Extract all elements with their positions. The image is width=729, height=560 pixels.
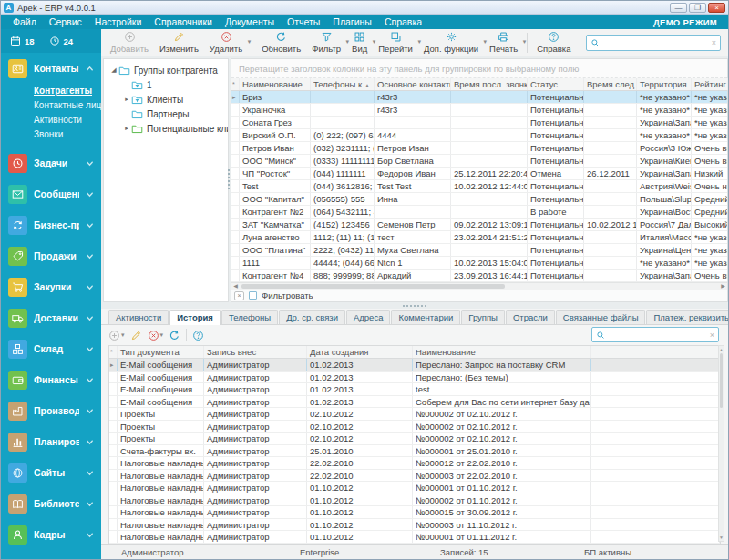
scroll-track[interactable] xyxy=(240,283,719,290)
horizontal-scrollbar[interactable]: ◀ ▶ xyxy=(231,282,727,290)
history-row-3[interactable]: E-Mail сообщенияАдминистратор01.02.2013С… xyxy=(109,396,720,409)
counterparty-row-13[interactable]: 111144444; (044) 666Ntcn 110.02.2013 15:… xyxy=(231,257,727,270)
tree-expander-icon[interactable]: ▸ xyxy=(122,96,131,103)
toolbar-plus-button[interactable]: Добавить xyxy=(105,30,154,56)
tab-7[interactable]: Отрасли xyxy=(506,310,555,324)
toolbar-pencil-button[interactable]: Изменить xyxy=(154,30,204,56)
sidebar-item-contact-card[interactable]: Контакты xyxy=(1,53,101,84)
calendar-badge[interactable]: 18 xyxy=(10,36,35,46)
sidebar-item-boxes[interactable]: Склад xyxy=(1,333,101,364)
sidebar-item-book[interactable]: Библиотека xyxy=(1,488,101,519)
counterparty-row-6[interactable]: ЧП "Росток"(044) 1111111Федоров Иван25.1… xyxy=(231,168,727,180)
toolbar-plus-button[interactable]: ▾ xyxy=(108,330,125,341)
main-search[interactable]: × xyxy=(586,35,721,51)
sidebar-item-globe[interactable]: Сайты xyxy=(1,457,101,488)
sidebar-item-chart[interactable]: Планирование xyxy=(1,426,101,457)
toolbar-refresh-button[interactable]: Обновить xyxy=(256,30,306,56)
counterparty-row-7[interactable]: Test(044) 3612816; (Test Test10.02.2012 … xyxy=(231,180,727,193)
counterparty-column-5[interactable]: Время след. звон xyxy=(584,78,637,90)
history-row-9[interactable]: Налоговые накладные вх.Администратор22.0… xyxy=(109,470,720,483)
history-row-0[interactable]: ▸E-Mail сообщенияАдминистратор01.02.2013… xyxy=(109,359,720,372)
dropdown-caret-icon[interactable]: ▾ xyxy=(121,331,125,339)
sidebar-subitem-0-3[interactable]: Звонки xyxy=(34,127,101,142)
counterparty-row-3[interactable]: Вирский О.П.(0) 222; (097) 62:4444Потенц… xyxy=(231,129,727,142)
clear-search-icon[interactable]: × xyxy=(712,38,716,47)
sidebar-item-process[interactable]: Бизнес-проц... xyxy=(1,209,101,240)
history-column-0[interactable]: Тип документа xyxy=(118,346,204,358)
menu-item-5[interactable]: Отчеты xyxy=(281,15,326,29)
tab-5[interactable]: Комментарии xyxy=(391,310,460,324)
menu-item-6[interactable]: Плагины xyxy=(326,15,378,29)
minimize-button[interactable]: — xyxy=(670,3,687,13)
history-row-7[interactable]: Счета-фактуры вх.Администратор25.01.2010… xyxy=(109,445,720,458)
sidebar-item-truck[interactable]: Доставки xyxy=(1,302,101,333)
history-row-6[interactable]: ПроектыАдминистратор02.10.2012№000002 от… xyxy=(109,433,720,445)
tab-4[interactable]: Адреса xyxy=(346,310,390,324)
counterparty-row-10[interactable]: ЗАТ "Камчатка"(4152) 123456Семенов Петр0… xyxy=(231,219,727,231)
tab-6[interactable]: Группы xyxy=(461,310,505,324)
toolbar-help-button[interactable] xyxy=(192,330,204,341)
history-row-11[interactable]: Налоговые накладные исх.Администратор01.… xyxy=(109,494,720,507)
search-input[interactable] xyxy=(602,37,709,49)
vertical-splitter[interactable] xyxy=(228,169,230,189)
tab-1[interactable]: История xyxy=(169,310,221,325)
counterparty-column-4[interactable]: Статус xyxy=(528,78,584,90)
sidebar-item-person[interactable]: Кадры xyxy=(1,519,101,550)
menu-item-7[interactable]: Справка xyxy=(378,15,428,29)
toolbar-help-button[interactable]: Справка xyxy=(531,30,576,56)
sidebar-item-wallet[interactable]: Финансы xyxy=(1,364,101,395)
horizontal-splitter[interactable] xyxy=(101,302,728,309)
scroll-down-icon[interactable]: ▼ xyxy=(719,535,724,540)
history-column-3[interactable]: Наименование xyxy=(413,346,591,358)
clear-search-icon[interactable]: × xyxy=(710,331,714,340)
counterparty-column-6[interactable]: Территория xyxy=(637,78,692,90)
dropdown-caret-icon[interactable]: ▾ xyxy=(160,331,164,339)
menu-item-4[interactable]: Документы xyxy=(219,15,281,29)
history-row-2[interactable]: E-Mail сообщенияАдминистратор01.02.2013t… xyxy=(109,383,720,396)
sidebar-item-tag[interactable]: Продажи xyxy=(1,240,101,271)
toolbar-pencil-button[interactable] xyxy=(130,330,142,341)
toolbar-x-circle-button[interactable]: Удалить ▾ xyxy=(204,30,248,56)
clock-badge[interactable]: 24 xyxy=(49,36,74,46)
counterparty-row-8[interactable]: ООО "Капитал"(056555) 555ИннаПотенциальн… xyxy=(231,193,727,206)
counterparty-column-1[interactable]: Телефоны к ▲ xyxy=(311,78,375,90)
history-row-5[interactable]: ПроектыАдминистратор02.10.2012№000002 от… xyxy=(109,421,720,433)
tree-node-1[interactable]: 1 xyxy=(104,77,228,92)
history-column-2[interactable]: Дата создания xyxy=(307,346,413,358)
history-row-10[interactable]: Налоговые накладные исх.Администратор01.… xyxy=(109,482,720,494)
close-filter-button[interactable]: × xyxy=(234,291,244,300)
sidebar-item-factory[interactable]: Производство xyxy=(1,395,101,426)
counterparty-row-5[interactable]: ООО "Минск"(0333) 11111111Бор СветланаПо… xyxy=(231,155,727,168)
filter-checkbox[interactable] xyxy=(249,291,257,300)
counterparty-row-1[interactable]: Украіночкаr43r3Потенциальный*не указано*… xyxy=(231,104,727,117)
scroll-thumb[interactable] xyxy=(720,353,723,408)
history-row-1[interactable]: E-Mail сообщенияАдминистратор01.02.2013П… xyxy=(109,372,720,384)
sidebar-subitem-0-0[interactable]: Контрагенты xyxy=(34,84,101,98)
counterparty-column-0[interactable]: Наименование xyxy=(240,78,311,90)
history-column-1[interactable]: Запись внес xyxy=(204,346,307,358)
detail-search-input[interactable] xyxy=(608,329,707,341)
sidebar-item-cart[interactable]: Закупки xyxy=(1,271,101,302)
dropdown-caret-icon[interactable]: ▾ xyxy=(248,38,252,46)
menu-item-3[interactable]: Справочники xyxy=(148,15,219,29)
counterparty-row-14[interactable]: Контрагент №4888; 999999; 88Аркадий23.09… xyxy=(231,270,727,282)
toolbar-grid-button[interactable]: Вид ▾ xyxy=(346,30,373,56)
tab-0[interactable]: Активности xyxy=(108,310,169,324)
toolbar-goto-button[interactable]: Перейти ▾ xyxy=(373,30,418,56)
scroll-up-icon[interactable]: ▲ xyxy=(719,347,724,352)
scroll-thumb[interactable] xyxy=(241,284,505,289)
toolbar-x-circle-button[interactable]: ▾ xyxy=(148,330,164,341)
tree-node-4[interactable]: ▸ Потенциальные клиенты xyxy=(104,121,228,136)
menu-item-1[interactable]: Сервис xyxy=(43,15,88,29)
splitter-handle[interactable] xyxy=(403,305,426,307)
counterparty-row-12[interactable]: ООО "Платина"2222; (0432) 111Муха Светла… xyxy=(231,244,727,257)
tree-node-2[interactable]: ▸ Клиенты xyxy=(104,92,228,107)
toolbar-gear-button[interactable]: Доп. функции ▾ xyxy=(418,30,484,56)
sidebar-subitem-0-2[interactable]: Активности xyxy=(34,113,101,127)
counterparty-row-4[interactable]: Петров Иван(032) 3231111; (Петров ИванПо… xyxy=(231,142,727,155)
dropdown-caret-icon[interactable]: ▾ xyxy=(523,38,527,46)
counterparty-column-7[interactable]: Рейтинг xyxy=(692,78,728,90)
sidebar-item-clock[interactable]: Задачи xyxy=(1,148,101,178)
history-row-12[interactable]: Налоговые накладные исх.Администратор01.… xyxy=(109,506,720,519)
tree-node-0[interactable]: ◢ Группы контрагента xyxy=(104,63,228,77)
